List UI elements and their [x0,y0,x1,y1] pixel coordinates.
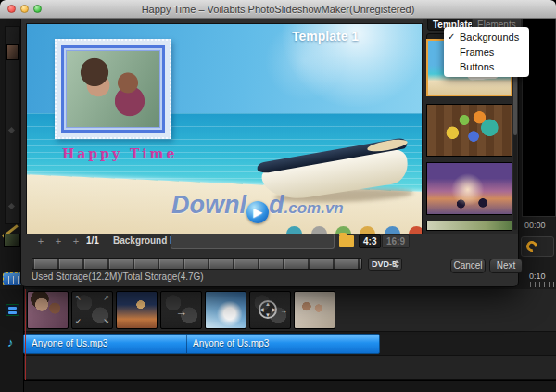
timeline: ♪ ↖ ↗ ↙ ↘ → ▲ ▼ ◀ ▶ → Anyone of U [0,289,556,392]
ruler-tick [553,282,554,287]
timeline-ruler-label: 0:10 [529,272,546,281]
effects-button[interactable] [521,236,554,257]
backgrounds-dropdown-menu: ✓ Backgrounds Frames Buttons [444,27,529,77]
arrow-bl-icon: ↙ [75,318,82,325]
nav-button[interactable]: + [35,236,46,247]
stepper-arrows-icon [394,260,399,268]
cancel-button[interactable]: Cancel [450,259,486,273]
template-thumbnail[interactable] [426,221,512,231]
checkmark-icon: ✓ [448,30,455,44]
timeline-footer [0,380,556,392]
template-chooser-sheet: Template 1 Happy Time Downl▶d.com.vn Tem… [20,7,519,287]
ruler-tick [530,282,531,287]
nav-button[interactable]: + [53,236,64,247]
template-thumbnail[interactable] [426,162,512,215]
music-clip-bar[interactable]: Anyone of Us.mp3 Anyone of Us.mp3 [23,334,380,354]
photo-clip[interactable] [294,291,335,329]
clip-divider [186,335,187,353]
next-button[interactable]: Next [489,259,523,273]
watermark-dot [409,226,423,234]
photo-clip[interactable] [205,291,246,329]
arrow-right-icon: → [161,305,201,319]
arrow-br-icon: ↘ [103,318,109,325]
template-thumbnail[interactable] [426,104,512,157]
transition-clip-pan[interactable]: ▲ ▼ ◀ ▶ → [249,291,291,329]
playhead[interactable] [25,289,26,380]
playback-time: 00:00 [524,221,546,230]
page-indicator: 1/1 [86,235,99,246]
photo-clip[interactable] [116,291,158,329]
ruler-tick [549,282,550,287]
stamp-photo-frame[interactable] [55,39,171,139]
arrow-tl-icon: ↖ [75,295,82,302]
storyboard-view-toggle[interactable] [3,272,22,285]
storage-capacity-bar [32,258,362,270]
template-title: Template 1 [292,29,359,44]
transition-clip-wipe[interactable]: → [160,291,202,329]
music-clip-label[interactable]: Anyone of Us.mp3 [193,338,269,348]
storage-text: Used Storage(12.2M)/Total Storage(4.7G) [32,272,204,282]
app-window: 00:00 0:10 ♪ ↖ ↗ ↙ ↘ → [0,0,556,392]
photo-clip[interactable] [27,291,69,329]
template-preview: Template 1 Happy Time Downl▶d.com.vn [26,23,423,234]
watermark: Downl▶d.com.vn [171,191,423,224]
background-music-input[interactable] [171,234,335,249]
aspect-16-9-button[interactable]: 16:9 [382,234,410,248]
music-clip-label[interactable]: Anyone of Us.mp3 [32,338,107,348]
aspect-4-3-button[interactable]: 4:3 [359,234,381,248]
titlebar: Happy Time – Voilabits PhotoSlideshowMak… [0,0,556,19]
menu-item-frames[interactable]: Frames [444,44,529,59]
music-note-icon: ♪ [7,335,14,349]
ruler-tick [544,282,545,287]
menu-item-buttons[interactable]: Buttons [444,59,529,74]
empty-track[interactable] [24,356,556,380]
nav-button[interactable]: + [70,236,82,247]
pan-circle-icon: ▲ ▼ ◀ ▶ [259,300,277,319]
play-button-icon: ▶ [246,201,269,223]
frame-photo [66,50,160,128]
ruler-tick [535,282,536,287]
swoosh-icon [524,239,540,255]
ruler-tick [539,282,540,287]
arrow-tr-icon: ↗ [103,295,109,302]
window-title: Happy Time – Voilabits PhotoSlideshowMak… [0,4,556,15]
arrow-right-icon: → [280,308,287,315]
menu-item-backgrounds[interactable]: ✓ Backgrounds [444,30,529,44]
folder-icon[interactable] [339,235,354,247]
media-thumbnail[interactable] [6,44,19,60]
disc-format-select[interactable]: DVD-5 [368,258,402,271]
photos-track-icon [6,304,19,316]
track-rail: ♪ [0,289,24,392]
media-thumbnail[interactable] [4,234,20,247]
transition-clip-shatter[interactable]: ↖ ↗ ↙ ↘ [71,291,113,329]
caption-text: Happy Time [62,146,177,161]
